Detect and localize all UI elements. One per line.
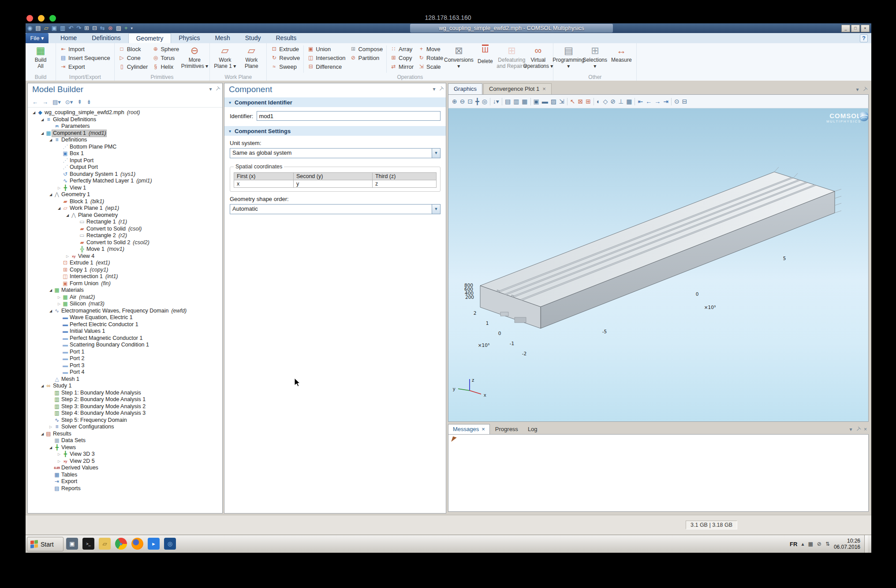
tree-node-step-4-boundary-mode-analysis-3[interactable]: ▥Step 4: Boundary Mode Analysis 3 bbox=[30, 410, 222, 417]
pan-icon[interactable]: ╋ bbox=[475, 98, 479, 105]
undo-icon[interactable]: ↶ bbox=[68, 24, 73, 32]
tree-expander-icon[interactable]: ◢ bbox=[48, 287, 53, 294]
wireframe-icon[interactable]: ◇ bbox=[603, 98, 608, 105]
panel-menu-icon[interactable]: ▾ bbox=[856, 86, 859, 93]
tree-expander-icon[interactable]: ▷ bbox=[56, 185, 62, 192]
messages-tab-messages[interactable]: Messages× bbox=[448, 424, 490, 434]
union-button[interactable]: ▣Union bbox=[306, 45, 347, 53]
waveguide-slab[interactable] bbox=[480, 167, 841, 328]
tree-node-mesh-1[interactable]: △Mesh 1 bbox=[30, 376, 222, 383]
insert-sequence-button[interactable]: ▤Insert Sequence bbox=[59, 53, 112, 62]
unit-system-dropdown[interactable]: Same as global system ▼ bbox=[230, 148, 441, 158]
zoom-in-icon[interactable]: ⊕ bbox=[452, 98, 457, 105]
tree-expander-icon[interactable]: ◢ bbox=[48, 191, 53, 198]
terminal-taskbar-icon[interactable]: >_ bbox=[82, 538, 94, 550]
tree-node-box-1[interactable]: ▣Box 1 bbox=[30, 150, 222, 157]
tree-node-bottom-plane-pmc[interactable]: ⋰Bottom Plane PMC bbox=[30, 144, 222, 151]
tree-node-definitions[interactable]: ◢≡Definitions bbox=[30, 137, 222, 144]
show-desktop-button[interactable] bbox=[864, 535, 868, 553]
tree-node-copy-1[interactable]: ⊞Copy 1(copy1) bbox=[30, 267, 222, 274]
tray-keyboard-icon[interactable]: ▦ bbox=[808, 541, 813, 547]
taskbar-clock[interactable]: 10:26 06.07.2016 bbox=[834, 538, 860, 550]
view-yz-icon[interactable]: ▥ bbox=[513, 98, 519, 105]
firefox-taskbar-icon[interactable] bbox=[131, 538, 143, 550]
view-zx-icon[interactable]: ▦ bbox=[522, 98, 527, 105]
select-adjacent-icon[interactable]: ⊞ bbox=[586, 98, 591, 105]
pattern-icon[interactable]: ▨ bbox=[116, 24, 121, 32]
tree-node-input-port[interactable]: ⋰Input Port bbox=[30, 157, 222, 164]
plot-settings-icon[interactable]: ▨ bbox=[551, 98, 556, 105]
virtual-operations-button[interactable]: ∞VirtualOperations ▾ bbox=[525, 45, 551, 72]
back-icon[interactable]: ← bbox=[32, 99, 38, 105]
torus-button[interactable]: ◎Torus bbox=[151, 53, 180, 62]
coord-value[interactable]: x bbox=[234, 180, 294, 188]
graphics-tab-graphics[interactable]: Graphics bbox=[448, 83, 482, 94]
mirror-button[interactable]: ⇄Mirror bbox=[389, 62, 415, 71]
tree-node-step-1-boundary-mode-analysis[interactable]: ▥Step 1: Boundary Mode Analysis bbox=[30, 390, 222, 397]
revolve-button[interactable]: ↻Revolve bbox=[269, 53, 301, 62]
tree-node-block-1[interactable]: ▰Block 1(blk1) bbox=[30, 198, 222, 205]
tree-node-view-3d-3[interactable]: ▷╋View 3D 3 bbox=[30, 451, 222, 458]
tree-node-port-2[interactable]: ▬Port 2 bbox=[30, 355, 222, 362]
tree-expander-icon[interactable]: ◢ bbox=[40, 383, 45, 390]
panel-menu-icon[interactable]: ▾ bbox=[209, 86, 212, 92]
tree-expander-icon[interactable]: ◢ bbox=[31, 109, 37, 116]
section-component-identifier[interactable]: ▾ Component Identifier bbox=[224, 97, 446, 107]
start-button[interactable]: Start bbox=[27, 537, 63, 551]
select-icon[interactable]: ↖ bbox=[570, 98, 575, 105]
view-xy-icon[interactable]: ▤ bbox=[505, 98, 511, 105]
tree-node-rectangle-2[interactable]: ▭Rectangle 2(r2) bbox=[30, 232, 222, 239]
orientation-icon[interactable]: ↓▾ bbox=[493, 98, 499, 105]
tab-results[interactable]: Results bbox=[268, 33, 304, 43]
tree-node-parameters[interactable]: PiParameters bbox=[30, 123, 222, 130]
tab-geometry[interactable]: Geometry bbox=[128, 33, 171, 43]
tree-node-port-3[interactable]: ▬Port 3 bbox=[30, 362, 222, 369]
tree-node-extrude-1[interactable]: ⊡Extrude 1(ext1) bbox=[30, 260, 222, 267]
tree-node-view-1[interactable]: ▷╋View 1 bbox=[30, 185, 222, 192]
tree-node-work-plane-1[interactable]: ◢▱Work Plane 1(wp1) bbox=[30, 205, 222, 212]
tree-node-results[interactable]: ◢▤Results bbox=[30, 431, 222, 438]
new-file-icon[interactable]: ▤ bbox=[35, 24, 41, 32]
identifier-input[interactable] bbox=[257, 111, 441, 121]
tray-security-icon[interactable]: ⊘ bbox=[817, 541, 821, 547]
open-file-icon[interactable]: ▱ bbox=[44, 24, 49, 32]
tree-node-solver-configurations[interactable]: ▷≡Solver Configurations bbox=[30, 424, 222, 431]
close-button[interactable]: × bbox=[861, 25, 870, 32]
tree-node-perfect-electric-conductor-1[interactable]: ▬Perfect Electric Conductor 1 bbox=[30, 321, 222, 328]
redo-icon[interactable]: ↷ bbox=[76, 24, 81, 32]
image-snapshot-icon[interactable]: ▣ bbox=[534, 98, 539, 105]
work-plane-1-button[interactable]: ▱WorkPlane 1 ▾ bbox=[212, 45, 238, 72]
panel-menu-icon[interactable]: ▾ bbox=[850, 426, 852, 432]
move-up-icon[interactable]: ⇞ bbox=[77, 99, 82, 105]
swap-icon[interactable]: ⇆ bbox=[100, 24, 105, 32]
reset-view-icon[interactable]: ◎ bbox=[482, 98, 487, 105]
tree-node-export[interactable]: ⇥Export bbox=[30, 478, 222, 485]
tree-node-plane-geometry[interactable]: ◢⋀Plane Geometry bbox=[30, 212, 222, 219]
graphics-canvas[interactable]: 800600400200210-1-2×10³50-5×10³ yzx COMS… bbox=[448, 108, 869, 422]
scale-button[interactable]: ⇲Scale bbox=[417, 62, 444, 71]
first-solution-icon[interactable]: ⇤ bbox=[638, 98, 643, 105]
tree-node-global-definitions[interactable]: ◢≡Global Definitions bbox=[30, 116, 222, 123]
cylinder-button[interactable]: ▯Cylinder bbox=[117, 62, 149, 71]
rotate-button[interactable]: ↻Rotate bbox=[417, 53, 444, 62]
last-solution-icon[interactable]: ⇥ bbox=[663, 98, 668, 105]
draw-icon[interactable]: + bbox=[124, 24, 128, 32]
tree-node-form-union[interactable]: ▣Form Union(fin) bbox=[30, 280, 222, 287]
tree-node-initial-values-1[interactable]: ▬Initial Values 1 bbox=[30, 328, 222, 335]
difference-button[interactable]: ⊟Difference bbox=[306, 62, 347, 71]
tree-node-port-4[interactable]: ▬Port 4 bbox=[30, 369, 222, 376]
tree-expander-icon[interactable]: ▷ bbox=[56, 301, 62, 308]
tree-node-move-1[interactable]: ╬Move 1(mov1) bbox=[30, 246, 222, 253]
tree-node-perfectly-matched-layer-1[interactable]: ∿Perfectly Matched Layer 1(pml1) bbox=[30, 178, 222, 185]
conversions-button[interactable]: ⊠Conversions▾ bbox=[446, 45, 471, 72]
tree-expander-icon[interactable]: ◢ bbox=[40, 116, 45, 123]
build-all-button[interactable]: ▦BuildAll bbox=[28, 45, 53, 72]
tree-node-materials[interactable]: ◢▦Materials bbox=[30, 287, 222, 294]
move-button[interactable]: +Move bbox=[417, 45, 444, 53]
zoom-extents-icon[interactable]: ⊡ bbox=[467, 98, 473, 105]
show-options-icon[interactable]: ⊙▾ bbox=[65, 99, 73, 105]
tree-node-wg-coupling-simple-ewfd2-mph[interactable]: ◢◆wg_coupling_simple_ewfd2.mph(root) bbox=[30, 109, 222, 116]
snapshot-camera-icon[interactable]: ⊙ bbox=[674, 98, 679, 105]
help-button[interactable]: ? bbox=[860, 34, 868, 42]
tree-node-tables[interactable]: ▦Tables bbox=[30, 472, 222, 479]
